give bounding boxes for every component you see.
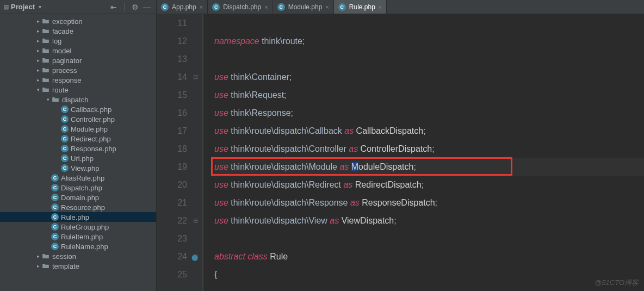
tab-label: App.php	[172, 3, 196, 11]
chevron-down-icon[interactable]: ▾	[39, 4, 41, 10]
caret-icon[interactable]	[35, 48, 41, 53]
code-content[interactable]: namespace think\route;use think\Containe…	[203, 14, 644, 291]
line-number: 11	[157, 14, 187, 32]
code-line-18[interactable]: use think\route\dispatch\Controller as C…	[214, 140, 644, 158]
code-line-23[interactable]	[214, 230, 644, 247]
tree-item-Domain-php[interactable]: Domain.php	[0, 193, 156, 202]
tree-item-label: paginator	[52, 57, 82, 65]
tree-item-RuleGroup-php[interactable]: RuleGroup.php	[0, 222, 156, 232]
caret-icon[interactable]	[35, 58, 41, 63]
code-line-20[interactable]: use think\route\dispatch\Redirect as Red…	[214, 176, 644, 194]
tree-item-Resource-php[interactable]: Resource.php	[0, 202, 156, 212]
php-file-icon	[212, 3, 220, 11]
tree-item-AliasRule-php[interactable]: AliasRule.php	[0, 173, 156, 183]
code-line-14[interactable]: use think\Container;	[214, 68, 644, 86]
tree-item-label: Dispatch.php	[61, 184, 102, 192]
code-line-13[interactable]	[214, 50, 644, 68]
folder-icon	[41, 262, 50, 270]
caret-icon[interactable]	[35, 28, 41, 34]
tab-Dispatch-php[interactable]: Dispatch.php×	[208, 0, 273, 14]
tree-item-Controller-php[interactable]: Controller.php	[0, 114, 156, 124]
folder-icon	[41, 66, 50, 74]
tab-App-php[interactable]: App.php×	[157, 0, 208, 14]
folder-icon	[41, 86, 50, 94]
tree-item-process[interactable]: process	[0, 65, 156, 75]
tree-item-response[interactable]: response	[0, 75, 156, 85]
tree-item-RuleItem-php[interactable]: RuleItem.php	[0, 232, 156, 242]
close-icon[interactable]: ×	[200, 4, 203, 10]
tree-item-model[interactable]: model	[0, 46, 156, 55]
tab-Rule-php[interactable]: Rule.php×	[334, 0, 387, 14]
tree-item-facade[interactable]: facade	[0, 26, 156, 36]
sidebar-title[interactable]: Project	[11, 3, 35, 11]
tree-item-Redirect-php[interactable]: Redirect.php	[0, 134, 156, 144]
line-number: 20	[157, 176, 187, 194]
code-line-17[interactable]: use think\route\dispatch\Callback as Cal…	[214, 122, 644, 140]
tree-item-Module-php[interactable]: Module.php	[0, 124, 156, 134]
line-number: 22⊟	[157, 212, 187, 230]
php-file-icon	[61, 135, 69, 143]
tree-item-Dispatch-php[interactable]: Dispatch.php	[0, 183, 156, 193]
close-icon[interactable]: ×	[379, 4, 382, 10]
tree-item-Rule-php[interactable]: Rule.php	[0, 212, 156, 222]
tree-item-log[interactable]: log	[0, 36, 156, 46]
code-line-24[interactable]: abstract class Rule	[214, 247, 644, 265]
divider	[124, 3, 125, 11]
tree-item-label: Rule.php	[61, 213, 89, 221]
tree-item-View-php[interactable]: View.php	[0, 163, 156, 173]
tree-item-template[interactable]: template	[0, 261, 156, 271]
line-number: 21	[157, 194, 187, 212]
code-line-22[interactable]: use think\route\dispatch\View as ViewDis…	[214, 212, 644, 230]
caret-icon[interactable]	[35, 253, 41, 259]
tree-item-label: Controller.php	[71, 115, 115, 123]
code-line-11[interactable]	[214, 14, 644, 32]
close-icon[interactable]: ×	[264, 4, 268, 10]
caret-icon[interactable]	[45, 97, 51, 102]
tree-item-Url-php[interactable]: Url.php	[0, 153, 156, 163]
caret-icon[interactable]	[35, 67, 41, 73]
php-file-icon	[51, 233, 59, 240]
fold-icon[interactable]: ⊟	[193, 212, 198, 230]
code-line-19[interactable]: use think\route\dispatch\Module as Modul…	[214, 158, 644, 176]
line-number: 12	[157, 32, 187, 50]
code-line-15[interactable]: use think\Request;	[214, 86, 644, 104]
code-line-21[interactable]: use think\route\dispatch\Response as Res…	[214, 194, 644, 212]
collapse-icon[interactable]: ⇤	[108, 3, 120, 11]
code-area[interactable]: 11121314⊟1516171819202122⊟2324⊟⬤25 names…	[157, 14, 644, 291]
php-file-icon	[51, 213, 59, 221]
hide-icon[interactable]: —	[141, 3, 153, 11]
tree-item-session[interactable]: session	[0, 251, 156, 261]
line-number: 14⊟	[157, 68, 187, 86]
php-file-icon	[277, 3, 285, 11]
tree-item-dispatch[interactable]: dispatch	[0, 95, 156, 104]
gear-icon[interactable]: ⚙	[129, 3, 141, 11]
fold-icon[interactable]: ⊟	[193, 68, 198, 86]
close-icon[interactable]: ×	[325, 4, 329, 10]
code-line-16[interactable]: use think\Response;	[214, 104, 644, 122]
editor-area: App.php×Dispatch.php×Module.php×Rule.php…	[157, 0, 644, 291]
php-file-icon	[61, 125, 69, 133]
folder-icon	[41, 27, 50, 35]
tree-item-label: process	[52, 66, 77, 75]
caret-icon[interactable]	[35, 77, 41, 83]
caret-icon[interactable]	[35, 87, 41, 92]
tree-item-exception[interactable]: exception	[0, 16, 156, 26]
line-number: 25	[157, 265, 187, 283]
tab-Module-php[interactable]: Module.php×	[273, 0, 334, 14]
project-icon: ▤	[3, 3, 9, 10]
tree-item-label: View.php	[71, 164, 100, 172]
php-file-icon	[61, 164, 69, 172]
project-tree[interactable]: exceptionfacadelogmodelpaginatorprocessr…	[0, 14, 156, 291]
caret-icon[interactable]	[35, 263, 41, 269]
caret-icon[interactable]	[35, 18, 41, 24]
caret-icon[interactable]	[35, 38, 41, 44]
tree-item-RuleName-php[interactable]: RuleName.php	[0, 242, 156, 251]
code-line-12[interactable]: namespace think\route;	[214, 32, 644, 50]
tree-item-paginator[interactable]: paginator	[0, 55, 156, 65]
tree-item-Response-php[interactable]: Response.php	[0, 144, 156, 153]
tree-item-Callback-php[interactable]: Callback.php	[0, 104, 156, 114]
breakpoint-icon[interactable]: ⬤	[191, 249, 198, 267]
line-number: 18	[157, 140, 187, 158]
code-line-25[interactable]: {	[214, 265, 644, 283]
tree-item-route[interactable]: route	[0, 85, 156, 95]
